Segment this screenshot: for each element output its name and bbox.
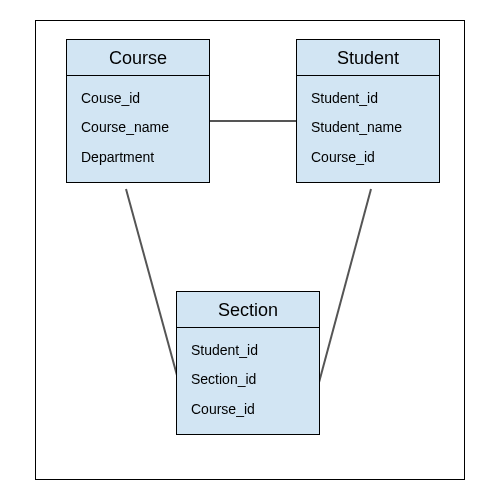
attr: Course_name xyxy=(81,113,199,142)
entity-title: Student xyxy=(297,40,439,76)
entity-attrs: Student_id Student_name Course_id xyxy=(297,76,439,182)
attr: Student_id xyxy=(311,84,429,113)
entity-attrs: Couse_id Course_name Department xyxy=(67,76,209,182)
entity-title: Section xyxy=(177,292,319,328)
entity-student: Student Student_id Student_name Course_i… xyxy=(296,39,440,183)
entity-attrs: Student_id Section_id Course_id xyxy=(177,328,319,434)
attr: Couse_id xyxy=(81,84,199,113)
entity-course: Course Couse_id Course_name Department xyxy=(66,39,210,183)
connector-student-section xyxy=(314,189,371,401)
attr: Department xyxy=(81,143,199,172)
attr: Student_name xyxy=(311,113,429,142)
entity-section: Section Student_id Section_id Course_id xyxy=(176,291,320,435)
attr: Course_id xyxy=(311,143,429,172)
attr: Section_id xyxy=(191,365,309,394)
diagram-canvas: Course Couse_id Course_name Department S… xyxy=(35,20,465,480)
attr: Course_id xyxy=(191,395,309,424)
entity-title: Course xyxy=(67,40,209,76)
attr: Student_id xyxy=(191,336,309,365)
